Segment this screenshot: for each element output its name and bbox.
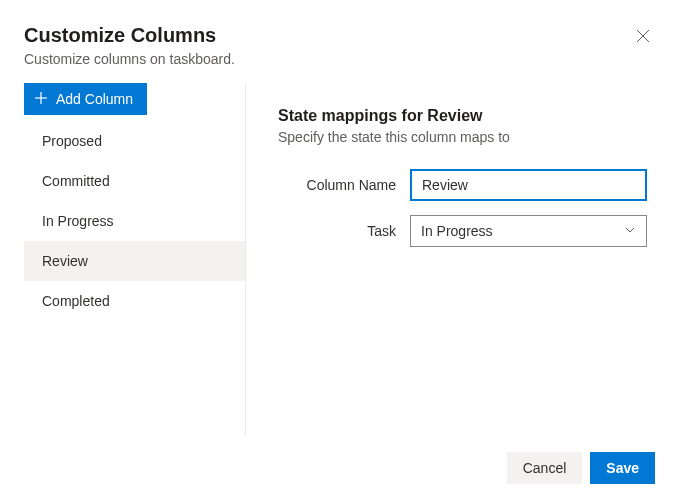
add-column-button[interactable]: Add Column (24, 83, 147, 115)
dialog-header: Customize Columns Customize columns on t… (24, 24, 655, 67)
column-name-label: Column Name (278, 177, 396, 193)
task-label: Task (278, 223, 396, 239)
column-list: Proposed Committed In Progress Review Co… (24, 121, 245, 321)
section-description: Specify the state this column maps to (278, 129, 647, 145)
column-item-proposed[interactable]: Proposed (24, 121, 245, 161)
columns-sidebar: Add Column Proposed Committed In Progres… (24, 83, 246, 436)
customize-columns-dialog: Customize Columns Customize columns on t… (0, 0, 679, 504)
cancel-button[interactable]: Cancel (507, 452, 583, 484)
plus-icon (34, 91, 48, 108)
section-title: State mappings for Review (278, 107, 647, 125)
task-select[interactable]: In Progress (410, 215, 647, 247)
column-name-input[interactable] (410, 169, 647, 201)
close-icon (636, 29, 650, 43)
dialog-footer: Cancel Save (24, 436, 655, 504)
save-button[interactable]: Save (590, 452, 655, 484)
column-item-in-progress[interactable]: In Progress (24, 201, 245, 241)
column-item-completed[interactable]: Completed (24, 281, 245, 321)
chevron-down-icon (624, 223, 636, 239)
column-name-row: Column Name (278, 169, 647, 201)
add-column-label: Add Column (56, 91, 133, 107)
task-row: Task In Progress (278, 215, 647, 247)
close-button[interactable] (631, 24, 655, 48)
dialog-body: Add Column Proposed Committed In Progres… (24, 83, 655, 436)
main-panel: State mappings for Review Specify the st… (246, 83, 655, 436)
task-select-value: In Progress (421, 223, 493, 239)
column-item-review[interactable]: Review (24, 241, 245, 281)
dialog-title: Customize Columns (24, 24, 655, 47)
column-item-committed[interactable]: Committed (24, 161, 245, 201)
dialog-subtitle: Customize columns on taskboard. (24, 51, 655, 67)
